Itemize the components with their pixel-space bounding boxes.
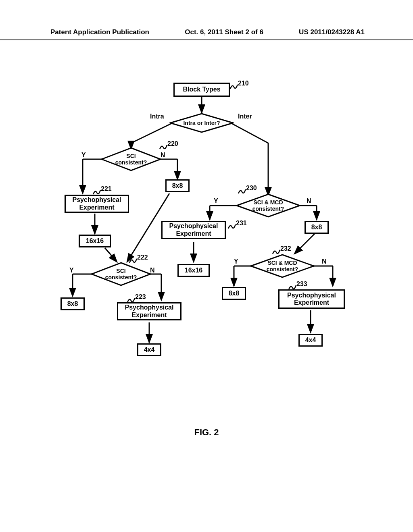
label-8x8-b: 8x8 [67,300,78,308]
label-16x16-right: 16x16 [185,267,203,274]
decision-intra-inter: Intra or Inter? [169,113,234,133]
edge-y-232: Y [234,258,238,265]
decision-sci-mcd-230: SCI & MCD consistent? [236,193,300,218]
ref-210: 210 [238,80,249,87]
node-psy-221: Psychophysical Experiment [65,195,129,213]
edge-y-220: Y [81,152,86,159]
leader-210 [230,84,238,89]
svg-line-10 [105,248,117,262]
node-8x8-d: 8x8 [222,287,246,300]
svg-line-22 [294,234,315,254]
edge-intra: Intra [150,113,164,120]
label-sci-222: SCI consistent? [105,268,137,281]
leader-230 [238,189,246,194]
edge-y-230: Y [214,197,218,205]
header-right: US 2011/0243228 A1 [299,28,365,36]
label-block-types: Block Types [183,86,220,93]
node-16x16-right: 16x16 [177,264,210,277]
ref-233: 233 [296,281,307,288]
svg-line-3 [231,123,268,143]
header-middle: Oct. 6, 2011 Sheet 2 of 6 [185,28,263,36]
leader-221 [93,189,101,195]
label-psy-221: Psychophysical Experiment [73,196,121,211]
label-4x4-right: 4x4 [305,337,316,344]
decision-sci-mcd-232: SCI & MCD consistent? [250,254,315,278]
node-8x8-c: 8x8 [305,221,329,234]
node-4x4-left: 4x4 [137,343,161,356]
ref-220: 220 [167,140,178,148]
label-psy-233: Psychophysical Experiment [287,292,336,307]
node-4x4-right: 4x4 [298,334,323,347]
decision-sci-222: SCI consistent? [91,262,151,286]
node-8x8-b: 8x8 [60,297,85,310]
label-8x8-a: 8x8 [172,182,183,189]
leader-222 [129,258,137,264]
edge-n-230: N [307,197,311,205]
node-psy-231: Psychophysical Experiment [161,221,226,239]
label-16x16-left: 16x16 [86,237,104,245]
label-sci-mcd-232: SCI & MCD consistent? [267,260,298,272]
flowchart: Block Types 210 Intra or Inter? Intra In… [56,81,363,411]
label-psy-223: Psychophysical Experiment [125,304,174,319]
label-psy-231: Psychophysical Experiment [169,222,218,237]
node-psy-223: Psychophysical Experiment [117,302,181,320]
leader-233 [288,285,296,290]
ref-221: 221 [101,185,112,193]
edge-inter: Inter [238,113,252,120]
node-16x16-left: 16x16 [79,235,111,247]
node-psy-233: Psychophysical Experiment [278,289,345,309]
leader-232 [272,249,280,255]
ref-231: 231 [236,220,247,227]
leader-231 [228,224,236,229]
header-left: Patent Application Publication [50,28,149,36]
leader-223 [127,297,135,303]
edge-n-232: N [322,258,327,265]
ref-222: 222 [137,254,148,261]
node-block-types: Block Types [173,83,230,97]
label-intra-inter: Intra or Inter? [183,120,220,126]
edge-n-220: N [161,152,165,159]
leader-220 [159,144,167,150]
svg-line-1 [131,123,173,143]
edge-n-222: N [150,267,155,274]
figure-caption: FIG. 2 [0,427,413,438]
ref-230: 230 [246,185,257,192]
label-sci-mcd-230: SCI & MCD consistent? [252,199,284,212]
label-sci-220: SCI consistent? [115,153,147,166]
node-8x8-a: 8x8 [165,179,190,192]
decision-sci-220: SCI consistent? [101,147,161,171]
label-8x8-c: 8x8 [311,224,322,231]
ref-223: 223 [135,293,146,301]
edge-y-222: Y [69,267,74,274]
label-4x4-left: 4x4 [144,346,155,353]
label-8x8-d: 8x8 [229,290,240,297]
ref-232: 232 [280,245,291,252]
